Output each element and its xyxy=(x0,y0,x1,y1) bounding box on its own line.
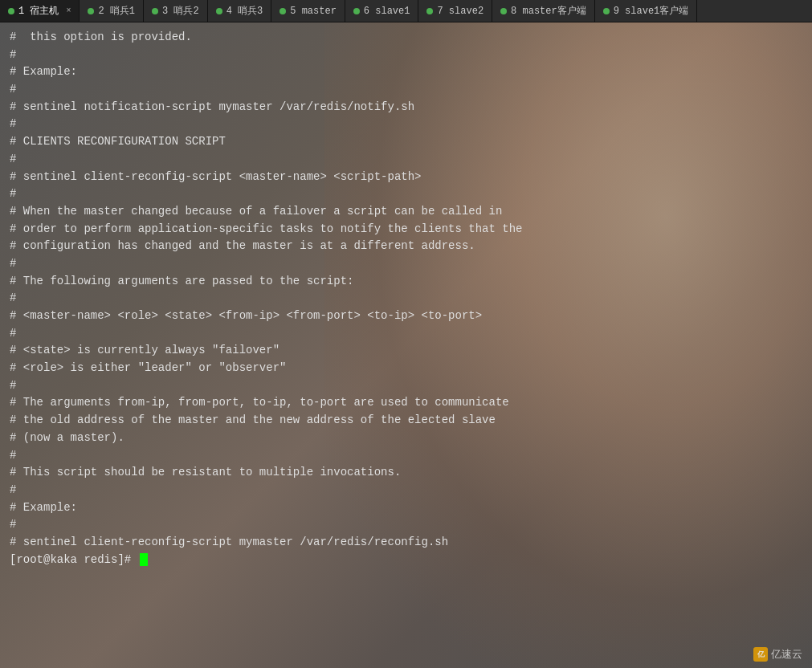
tab-label-9: 9 slave1客户端 xyxy=(614,4,689,18)
tab-label-1: 1 宿主机 xyxy=(18,4,59,18)
line-10: # xyxy=(10,185,802,203)
terminal-area[interactable]: # this option is provided. # # Example: … xyxy=(0,22,812,668)
tab-4-哨兵3[interactable]: 4 哨兵3 xyxy=(208,0,272,22)
watermark-text: 亿速云 xyxy=(771,647,802,662)
line-11: # When the master changed because of a f… xyxy=(10,203,802,221)
line-22: # The arguments from-ip, from-port, to-i… xyxy=(10,394,802,412)
tab-dot-4 xyxy=(216,8,222,14)
line-13: # configuration has changed and the mast… xyxy=(10,238,802,255)
line-28: # Example: xyxy=(10,499,802,517)
line-29: # xyxy=(10,516,802,534)
line-4: # xyxy=(10,81,802,99)
tab-3-哨兵2[interactable]: 3 哨兵2 xyxy=(144,0,208,22)
watermark-logo: 亿 xyxy=(753,647,768,662)
tab-8-master客户端[interactable]: 8 master客户端 xyxy=(492,0,595,22)
line-prompt: [root@kaka redis]# xyxy=(10,552,802,569)
tab-7-slave2[interactable]: 7 slave2 xyxy=(418,0,492,22)
tab-label-2: 2 哨兵1 xyxy=(98,4,135,18)
tab-close-1[interactable]: × xyxy=(66,6,71,15)
line-12: # order to perform application-specific … xyxy=(10,221,802,238)
line-16: # xyxy=(10,290,802,308)
line-8: # xyxy=(10,151,802,169)
terminal-output: # this option is provided. # # Example: … xyxy=(0,22,812,668)
line-21: # xyxy=(10,377,802,395)
tab-label-6: 6 slave1 xyxy=(364,6,410,17)
line-14: # xyxy=(10,255,802,273)
line-30: # sentinel client-reconfig-script mymast… xyxy=(10,534,802,552)
line-1: # this option is provided. xyxy=(10,29,802,47)
tab-1-宿主机[interactable]: 1 宿主机 × xyxy=(0,0,80,22)
watermark: 亿 亿速云 xyxy=(753,647,802,662)
tab-label-4: 4 哨兵3 xyxy=(226,4,263,18)
line-5: # sentinel notification-script mymaster … xyxy=(10,99,802,116)
line-15: # The following arguments are passed to … xyxy=(10,273,802,291)
line-17: # <master-name> <role> <state> <from-ip>… xyxy=(10,308,802,325)
line-24: # (now a master). xyxy=(10,430,802,447)
tab-dot-2 xyxy=(88,8,94,14)
tab-9-slave1客户端[interactable]: 9 slave1客户端 xyxy=(595,0,698,22)
line-7: # CLIENTS RECONFIGURATION SCRIPT xyxy=(10,133,802,151)
tab-bar: 1 宿主机 × 2 哨兵1 3 哨兵2 4 哨兵3 5 master 6 sla… xyxy=(0,0,812,22)
line-23: # the old address of the master and the … xyxy=(10,412,802,430)
tab-6-slave1[interactable]: 6 slave1 xyxy=(345,0,419,22)
line-3: # Example: xyxy=(10,63,802,81)
tab-2-哨兵1[interactable]: 2 哨兵1 xyxy=(80,0,144,22)
line-20: # <role> is either "leader" or "observer… xyxy=(10,360,802,377)
line-9: # sentinel client-reconfig-script <maste… xyxy=(10,169,802,186)
tab-dot-8 xyxy=(500,8,507,14)
line-19: # <state> is currently always "failover" xyxy=(10,342,802,360)
tab-dot-6 xyxy=(353,8,360,14)
tab-label-5: 5 master xyxy=(290,6,337,17)
tab-5-master[interactable]: 5 master xyxy=(271,0,345,22)
tab-label-3: 3 哨兵2 xyxy=(162,4,199,18)
line-2: # xyxy=(10,47,802,64)
tab-label-7: 7 slave2 xyxy=(437,6,484,17)
line-27: # xyxy=(10,482,802,499)
line-18: # xyxy=(10,325,802,343)
tab-dot-3 xyxy=(152,8,158,14)
tab-dot-9 xyxy=(603,8,610,14)
line-6: # xyxy=(10,116,802,133)
line-26: # This script should be resistant to mul… xyxy=(10,464,802,482)
tab-dot-7 xyxy=(426,8,433,14)
cursor xyxy=(140,553,148,566)
tab-label-8: 8 master客户端 xyxy=(511,4,586,18)
tab-dot-1 xyxy=(8,8,14,14)
line-25: # xyxy=(10,447,802,465)
tab-dot-5 xyxy=(280,8,286,14)
